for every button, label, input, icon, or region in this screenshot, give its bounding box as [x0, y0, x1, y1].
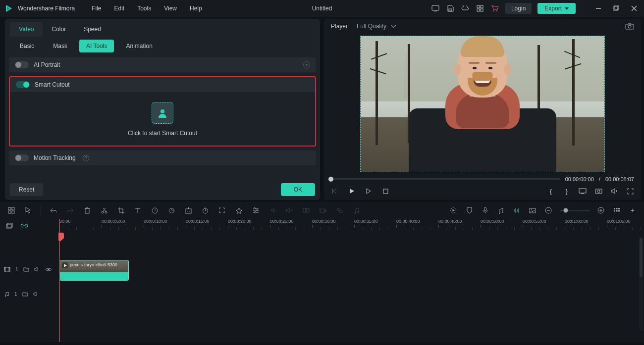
cloud-icon[interactable]: [461, 4, 470, 13]
reset-button[interactable]: Reset: [10, 183, 43, 196]
audio-track-row[interactable]: [58, 282, 644, 306]
mute-icon[interactable]: [33, 292, 39, 296]
menu-edit[interactable]: Edit: [108, 3, 131, 14]
menu-tools[interactable]: Tools: [131, 3, 157, 14]
duration-icon[interactable]: [201, 206, 210, 215]
smart-cutout-toggle[interactable]: [16, 81, 30, 88]
adjust-icon[interactable]: [251, 206, 260, 215]
timeline-ruler[interactable]: 00:0000:00:05:0000:00:10:0000:00:15:0000…: [58, 219, 644, 233]
svg-rect-69: [4, 267, 5, 271]
zoom-slider[interactable]: [560, 210, 590, 211]
smart-cutout-body: Click to start Smart Cutout: [10, 92, 315, 146]
svg-point-31: [105, 211, 107, 213]
tab-color[interactable]: Color: [43, 22, 75, 37]
svg-point-35: [172, 210, 173, 211]
subtab-mask[interactable]: Mask: [46, 40, 74, 52]
timeline-toolbar: +: [0, 202, 644, 219]
svg-point-71: [48, 269, 49, 270]
close-button[interactable]: [631, 5, 638, 12]
svg-rect-11: [596, 8, 601, 9]
folder-icon[interactable]: [22, 292, 28, 296]
apps-icon[interactable]: [476, 4, 484, 13]
split-icon[interactable]: [100, 206, 108, 215]
greenscreen-icon[interactable]: [184, 206, 193, 215]
render-icon[interactable]: [449, 206, 458, 215]
subtab-basic[interactable]: Basic: [13, 40, 41, 52]
video-clip[interactable]: pexels-taryn-elliott-5309351: [59, 260, 129, 281]
smart-cutout-start-button[interactable]: [152, 102, 173, 124]
display-out-icon[interactable]: [579, 187, 587, 195]
play-button[interactable]: [348, 187, 356, 195]
zoom-out-icon[interactable]: [544, 206, 553, 215]
keyframe-icon[interactable]: [217, 206, 226, 215]
speed-tool-icon[interactable]: [150, 206, 159, 215]
redo-icon[interactable]: [66, 206, 75, 215]
record-vo-icon: [319, 206, 327, 215]
next-frame-button[interactable]: [365, 187, 373, 195]
preview-subject: [406, 44, 559, 172]
fullscreen-icon[interactable]: [626, 187, 634, 195]
camera-icon[interactable]: [594, 187, 602, 195]
eye-icon[interactable]: [45, 267, 52, 272]
timeline-vscroll[interactable]: [639, 237, 643, 331]
ai-portrait-toggle[interactable]: [15, 61, 29, 68]
stop-button[interactable]: [381, 187, 389, 195]
export-button[interactable]: Export: [537, 3, 576, 14]
color-tool-icon[interactable]: [167, 206, 176, 215]
tab-speed[interactable]: Speed: [75, 22, 110, 37]
svg-rect-64: [616, 210, 618, 212]
crop-icon[interactable]: [116, 206, 125, 215]
link-icon[interactable]: [20, 221, 29, 230]
cursor-tool-icon[interactable]: [24, 206, 33, 215]
volume-icon[interactable]: [610, 187, 618, 195]
mark-out-icon[interactable]: }: [563, 187, 571, 195]
timeline-canvas[interactable]: 00:0000:00:05:0000:00:10:0000:00:15:0000…: [58, 219, 644, 342]
auto-beat-icon[interactable]: [512, 206, 521, 215]
ruler-tick: 00:00:35:00: [354, 219, 378, 228]
motion-tracking-toggle[interactable]: [15, 154, 29, 161]
layers-icon[interactable]: [5, 221, 14, 230]
cart-icon[interactable]: [490, 4, 499, 13]
effects-icon[interactable]: [234, 206, 243, 215]
undo-icon[interactable]: [49, 206, 58, 215]
login-button[interactable]: Login: [505, 3, 532, 14]
delete-icon[interactable]: [83, 206, 92, 215]
display-icon[interactable]: [431, 4, 440, 13]
thumbnail-icon[interactable]: [528, 206, 537, 215]
mute-icon[interactable]: [34, 267, 40, 272]
menu-view[interactable]: View: [158, 3, 183, 14]
svg-rect-6: [481, 5, 483, 8]
video-track-row[interactable]: pexels-taryn-elliott-5309351: [58, 256, 644, 282]
voiceover-icon[interactable]: [481, 206, 489, 215]
minimize-button[interactable]: [595, 5, 602, 12]
inspector-body: AI Portrait Smart Cutout Click to start …: [5, 55, 320, 179]
svg-rect-21: [579, 189, 586, 193]
help-icon[interactable]: ?: [83, 155, 89, 161]
maximize-button[interactable]: [613, 5, 620, 12]
mark-in-icon[interactable]: {: [547, 187, 555, 195]
preview-canvas[interactable]: [360, 36, 605, 172]
quality-dropdown[interactable]: Full Quality: [357, 23, 396, 30]
subtab-animation[interactable]: Animation: [119, 40, 159, 52]
seek-bar[interactable]: [331, 178, 560, 180]
select-tool-icon[interactable]: [7, 206, 16, 215]
snapshot-icon[interactable]: [625, 23, 634, 30]
save-icon[interactable]: [446, 4, 455, 13]
text-icon[interactable]: [133, 206, 142, 215]
ruler-tick: 00:00:20:00: [228, 219, 252, 228]
audio-mixer-icon[interactable]: [496, 206, 505, 215]
svg-rect-26: [12, 207, 14, 210]
menu-file[interactable]: File: [86, 3, 107, 14]
marker-icon[interactable]: [465, 206, 474, 215]
ai-portrait-reset-icon[interactable]: [303, 61, 310, 68]
timeline-options-icon[interactable]: [612, 206, 621, 215]
ok-button[interactable]: OK: [281, 183, 315, 196]
prev-frame-button[interactable]: [331, 187, 339, 195]
folder-icon[interactable]: [23, 267, 29, 272]
playhead[interactable]: [59, 219, 60, 342]
menu-help[interactable]: Help: [184, 3, 208, 14]
tab-video[interactable]: Video: [10, 22, 43, 37]
zoom-in-icon[interactable]: [596, 206, 605, 215]
subtab-ai-tools[interactable]: AI Tools: [79, 40, 114, 52]
add-track-icon[interactable]: +: [628, 206, 637, 215]
